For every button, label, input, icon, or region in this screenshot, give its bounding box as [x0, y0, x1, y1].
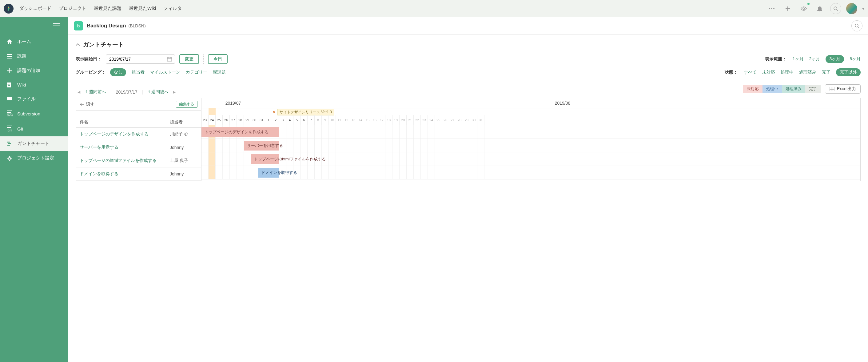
- milestone-marker[interactable]: ⚑ サイトデザインリリース Ver1.0: [272, 109, 334, 115]
- nav-recent-issues[interactable]: 最近見た課題: [94, 5, 122, 11]
- sidebar-item-gantt[interactable]: ガントチャート: [0, 136, 68, 151]
- sidebar-item-files[interactable]: ファイル: [0, 92, 68, 106]
- group-category[interactable]: カテゴリー: [186, 69, 207, 75]
- day-cell: 4: [286, 115, 293, 125]
- plus-icon: [7, 68, 13, 73]
- next-week-link[interactable]: １週間後へ: [147, 89, 168, 95]
- sidebar-item-issues[interactable]: 課題: [0, 49, 68, 63]
- start-date-input[interactable]: [106, 54, 175, 64]
- nav-dashboard[interactable]: ダッシュボード: [19, 5, 51, 11]
- content: ガントチャート 表示開始日： 変更 今日 表示範囲： 1ヶ月 2ヶ月 3ヶ月: [68, 34, 868, 362]
- more-icon[interactable]: [766, 3, 777, 14]
- day-cell: 7: [308, 115, 315, 125]
- rocket-icon: [5, 5, 12, 12]
- gantt-bar[interactable]: サーバーを用意する: [244, 141, 279, 150]
- gantt-table-columns: 件名 担当者: [76, 111, 201, 128]
- divider: |: [142, 90, 143, 94]
- avatar[interactable]: [846, 3, 857, 14]
- excel-export-button[interactable]: Excel出力: [825, 84, 861, 93]
- divider: |: [111, 90, 112, 94]
- gantt-table: 隠す 編集する 件名 担当者 トップページのデザインを作成する 川那子 心 サー…: [76, 98, 202, 181]
- bell-icon[interactable]: [814, 3, 825, 14]
- sidebar: ホーム 課題 課題の追加 W Wiki ファイル SVN Subversion …: [0, 17, 68, 362]
- hide-columns-link[interactable]: 隠す: [80, 102, 94, 107]
- group-none[interactable]: なし: [110, 68, 126, 76]
- issue-link[interactable]: ドメインを取得する: [80, 171, 170, 177]
- sidebar-item-wiki[interactable]: W Wiki: [0, 78, 68, 92]
- sidebar-label: Subversion: [17, 111, 40, 116]
- project-badge: b: [74, 21, 83, 30]
- day-cell: 14: [357, 115, 364, 125]
- day-cell: 8: [315, 115, 322, 125]
- app-logo[interactable]: [4, 4, 13, 13]
- svg-rect-12: [7, 145, 10, 146]
- top-nav-links: ダッシュボード プロジェクト 最近見た課題 最近見たWiki フィルタ: [19, 5, 182, 11]
- svg-point-14: [855, 24, 858, 27]
- project-search-icon[interactable]: [851, 20, 863, 31]
- day-cell: 17: [378, 115, 385, 125]
- issue-link[interactable]: トップページのhtmlファイルを作成する: [80, 158, 170, 163]
- issue-link[interactable]: サーバーを用意する: [80, 145, 170, 150]
- search-icon[interactable]: [830, 3, 841, 14]
- avatar-dropdown-icon[interactable]: ▾: [862, 6, 864, 11]
- range-3m[interactable]: 3ヶ月: [826, 55, 844, 63]
- svg-rect-8: [7, 96, 12, 100]
- status-notclosed[interactable]: 完了以外: [836, 68, 861, 76]
- range-2m[interactable]: 2ヶ月: [809, 56, 820, 62]
- next-arrow-icon[interactable]: ▶: [173, 90, 176, 94]
- group-milestone[interactable]: マイルストーン: [150, 69, 180, 75]
- nav-projects[interactable]: プロジェクト: [59, 5, 87, 11]
- gantt-bar[interactable]: ドメインを取得する: [258, 168, 279, 177]
- range-1m[interactable]: 1ヶ月: [793, 56, 804, 62]
- sidebar-label: Git: [17, 126, 23, 132]
- gantt-bar[interactable]: トップページのhtmlファイルを作成する: [251, 154, 279, 164]
- sidebar-label: 課題の追加: [17, 68, 40, 74]
- status-open[interactable]: 未対応: [762, 69, 775, 75]
- status-resolved[interactable]: 処理済み: [799, 69, 816, 75]
- legend-closed: 完了: [805, 85, 820, 93]
- sidebar-item-settings[interactable]: プロジェクト設定: [0, 151, 68, 165]
- sidebar-item-git[interactable]: GIT Git: [0, 121, 68, 136]
- status-closed[interactable]: 完了: [822, 69, 831, 75]
- group-assignee[interactable]: 担当者: [132, 69, 145, 75]
- legend: 未対応 処理中 処理済み 完了: [743, 85, 820, 93]
- range-options: 1ヶ月 2ヶ月 3ヶ月 6ヶ月: [793, 55, 861, 63]
- day-cell: 5: [293, 115, 301, 125]
- sidebar-item-svn[interactable]: SVN Subversion: [0, 106, 68, 121]
- page-title-row: ガントチャート: [76, 40, 861, 49]
- edit-button[interactable]: 編集する: [176, 101, 197, 108]
- plus-icon[interactable]: [782, 3, 793, 14]
- watch-icon[interactable]: [798, 3, 809, 14]
- top-nav: ダッシュボード プロジェクト 最近見た課題 最近見たWiki フィルタ ▾: [0, 0, 868, 17]
- day-cell: 6: [301, 115, 308, 125]
- prev-arrow-icon[interactable]: ◀: [78, 90, 80, 94]
- sidebar-item-home[interactable]: ホーム: [0, 34, 68, 49]
- project-key: (BLDSN): [129, 23, 146, 28]
- status-all[interactable]: すべて: [744, 69, 757, 75]
- issue-link[interactable]: トップページのデザインを作成する: [80, 132, 170, 137]
- legend-progress: 処理中: [763, 85, 782, 93]
- gantt-bar[interactable]: トップページのデザインを作成する: [202, 127, 279, 137]
- day-cell: 23: [421, 115, 428, 125]
- day-cell: 30: [251, 115, 258, 125]
- today-button[interactable]: 今日: [208, 54, 227, 64]
- excel-label: Excel出力: [837, 86, 856, 92]
- month-header: 2019/07 2019/08: [202, 98, 860, 108]
- sidebar-item-add-issue[interactable]: 課題の追加: [0, 63, 68, 78]
- sidebar-toggle[interactable]: [0, 17, 68, 34]
- day-cell: 25: [435, 115, 442, 125]
- svg-point-2: [771, 8, 772, 9]
- gantt-icon: [7, 142, 13, 146]
- status-progress[interactable]: 処理中: [781, 69, 794, 75]
- nav-filter[interactable]: フィルタ: [163, 5, 182, 11]
- page-title: ガントチャート: [83, 40, 124, 49]
- day-cell: 18: [385, 115, 393, 125]
- nav-recent-wiki[interactable]: 最近見たWiki: [129, 5, 156, 11]
- gantt-timeline[interactable]: 2019/07 2019/08 ⚑ サイトデザインリリース Ver1.0 232…: [202, 98, 860, 181]
- top-nav-right: ▾: [766, 3, 864, 14]
- chevron-up-icon[interactable]: [76, 43, 80, 46]
- group-parent[interactable]: 親課題: [213, 69, 226, 75]
- range-6m[interactable]: 6ヶ月: [849, 56, 861, 62]
- change-button[interactable]: 変更: [179, 54, 199, 64]
- prev-week-link[interactable]: １週間前へ: [85, 89, 106, 95]
